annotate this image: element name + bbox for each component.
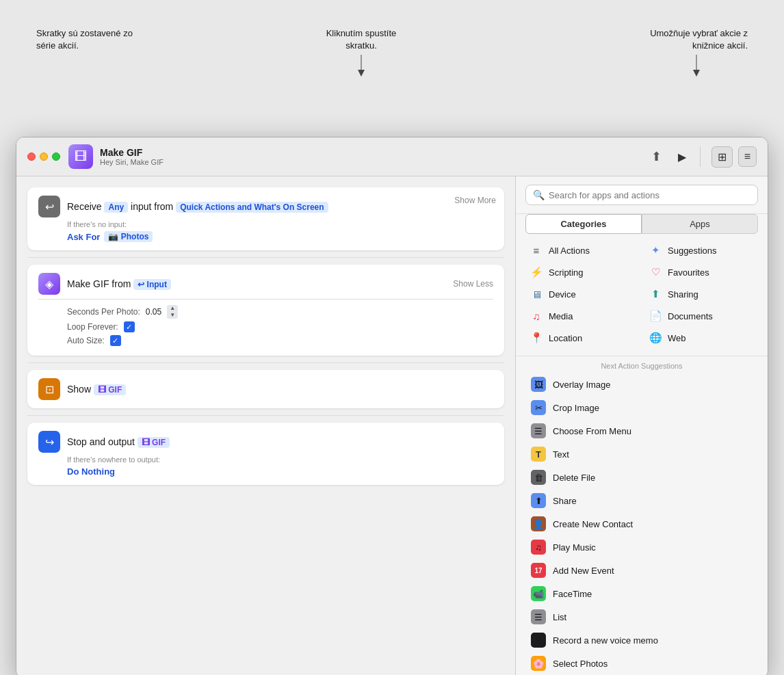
category-sharing[interactable]: ⬆ Sharing (644, 284, 758, 304)
suggestion-create-contact[interactable]: 👤 Create New Contact (525, 512, 758, 535)
search-input-wrap: 🔍 (525, 185, 758, 205)
receive-any-badge[interactable]: Any (104, 202, 128, 213)
receive-icon: ↩ (38, 196, 60, 217)
search-input[interactable] (549, 190, 750, 200)
stop-gif-badge[interactable]: 🎞 GIF (138, 437, 170, 448)
autosize-label: Auto Size: (67, 336, 105, 345)
create-contact-icon: 👤 (531, 516, 546, 531)
overlay-image-label: Overlay Image (553, 380, 611, 390)
crop-image-label: Crop Image (553, 403, 599, 413)
scripting-label: Scripting (549, 267, 584, 278)
add-event-icon: 17 (531, 563, 546, 578)
show-title: Show 🎞 GIF (67, 384, 493, 395)
voice-memo-label: Record a new voice memo (553, 635, 658, 646)
list-icon: ☰ (531, 609, 546, 624)
suggestion-choose-from-menu[interactable]: ☰ Choose From Menu (525, 419, 758, 442)
receive-header: ↩ Receive Any input from Quick Actions a… (38, 196, 493, 217)
suggestion-share[interactable]: ⬆ Share (525, 489, 758, 512)
category-documents[interactable]: 📄 Documents (644, 306, 758, 326)
library-button[interactable]: ⊞ (711, 146, 733, 168)
create-contact-label: Create New Contact (553, 519, 633, 529)
choose-from-menu-icon: ☰ (531, 423, 546, 438)
suggestion-voice-memo[interactable]: 🎙 Record a new voice memo (525, 628, 758, 652)
play-music-label: Play Music (553, 542, 596, 553)
titlebar-actions: ⬆ ▶ ⊞ ≡ (649, 146, 757, 168)
play-button[interactable]: ▶ (675, 148, 689, 166)
text-label: Text (553, 449, 569, 460)
suggestion-delete-file[interactable]: 🗑 Delete File (525, 466, 758, 489)
show-more-button[interactable]: Show More (454, 196, 496, 205)
autosize-checkbox[interactable]: ✓ (110, 335, 121, 346)
play-icon: ▶ (678, 150, 686, 163)
category-suggestions[interactable]: ✦ Suggestions (644, 241, 758, 260)
category-scripting[interactable]: ⚡ Scripting (525, 263, 639, 282)
suggestion-crop-image[interactable]: ✂ Crop Image (525, 396, 758, 419)
device-label: Device (549, 289, 576, 300)
maximize-button[interactable] (52, 153, 60, 161)
stepper-down[interactable]: ▼ (167, 312, 178, 319)
seconds-label: Seconds Per Photo: (67, 307, 140, 317)
receive-source-badge[interactable]: Quick Actions and What's On Screen (176, 202, 328, 213)
next-action-label: Next Action Suggestions (525, 362, 758, 370)
suggestion-facetime[interactable]: 📹 FaceTime (525, 582, 758, 605)
annotation-left: Skratky sú zostavené zo série akcií. (36, 27, 139, 52)
suggestion-select-photos[interactable]: 🌸 Select Photos (525, 652, 758, 675)
select-photos-icon: 🌸 (531, 656, 546, 671)
category-all-actions[interactable]: ≡ All Actions (525, 241, 639, 260)
category-favourites[interactable]: ♡ Favourites (644, 263, 758, 282)
photos-badge[interactable]: 📷 Photos (104, 231, 153, 242)
suggestion-list[interactable]: ☰ List (525, 605, 758, 628)
show-icon: ⊡ (38, 378, 60, 400)
share-button[interactable]: ⬆ (649, 146, 664, 167)
delete-file-label: Delete File (553, 473, 595, 483)
ask-for-link[interactable]: Ask For (67, 232, 100, 242)
seconds-stepper[interactable]: ▲ ▼ (167, 305, 178, 319)
share-icon: ⬆ (531, 493, 546, 508)
category-device[interactable]: 🖥 Device (525, 284, 639, 304)
suggestion-add-event[interactable]: 17 Add New Event (525, 559, 758, 582)
suggestion-play-music[interactable]: ♫ Play Music (525, 535, 758, 559)
minimize-button[interactable] (40, 153, 48, 161)
crop-image-icon: ✂ (531, 400, 546, 415)
category-location[interactable]: 📍 Location (525, 328, 639, 347)
list-label: List (553, 612, 566, 622)
library-icon: ⊞ (718, 151, 727, 163)
app-icon: 🎞 (68, 144, 93, 169)
center-arrow (351, 55, 371, 79)
tab-categories[interactable]: Categories (525, 214, 642, 234)
play-music-icon: ♫ (531, 540, 546, 555)
close-button[interactable] (27, 153, 36, 161)
make-gif-input-badge[interactable]: ↩ Input (133, 279, 171, 290)
web-icon: 🌐 (649, 332, 662, 344)
stop-action-card: ↪ Stop and output 🎞 GIF If there's nowhe… (27, 423, 504, 485)
receive-action-card: ↩ Receive Any input from Quick Actions a… (27, 187, 504, 250)
divider-1 (27, 257, 504, 258)
app-subtitle: Hey Siri, Make GIF (100, 158, 164, 166)
traffic-lights (27, 153, 60, 161)
show-gif-badge[interactable]: 🎞 GIF (94, 384, 126, 395)
show-less-button[interactable]: Show Less (453, 279, 493, 289)
make-gif-header: ◈ Make GIF from ↩ Input Show Less (38, 273, 493, 295)
annotation-center: Kliknutím spustíte skratku. (310, 27, 413, 52)
titlebar: 🎞 Make GIF Hey Siri, Make GIF ⬆ ▶ ⊞ ≡ (16, 137, 768, 176)
seconds-value: 0.05 (146, 307, 161, 317)
tab-apps[interactable]: Apps (642, 214, 758, 234)
filter-icon: ≡ (744, 150, 750, 162)
make-gif-title: Make GIF from ↩ Input (67, 278, 446, 290)
seconds-row: Seconds Per Photo: 0.05 ▲ ▼ (67, 304, 493, 320)
facetime-icon: 📹 (531, 586, 546, 601)
do-nothing-link[interactable]: Do Nothing (67, 466, 115, 477)
loop-checkbox[interactable]: ✓ (124, 321, 135, 332)
stepper-up[interactable]: ▲ (167, 305, 178, 312)
divider-3 (27, 415, 504, 416)
receive-subtitle: If there's no input: (67, 220, 493, 228)
favourites-label: Favourites (668, 267, 709, 278)
suggestion-text[interactable]: T Text (525, 442, 758, 466)
documents-icon: 📄 (649, 310, 662, 322)
filter-button[interactable]: ≡ (738, 146, 757, 167)
category-web[interactable]: 🌐 Web (644, 328, 758, 347)
suggestion-overlay-image[interactable]: 🖼 Overlay Image (525, 373, 758, 396)
category-media[interactable]: ♫ Media (525, 306, 639, 326)
make-gif-icon: ◈ (38, 273, 60, 295)
delete-file-icon: 🗑 (531, 470, 546, 485)
